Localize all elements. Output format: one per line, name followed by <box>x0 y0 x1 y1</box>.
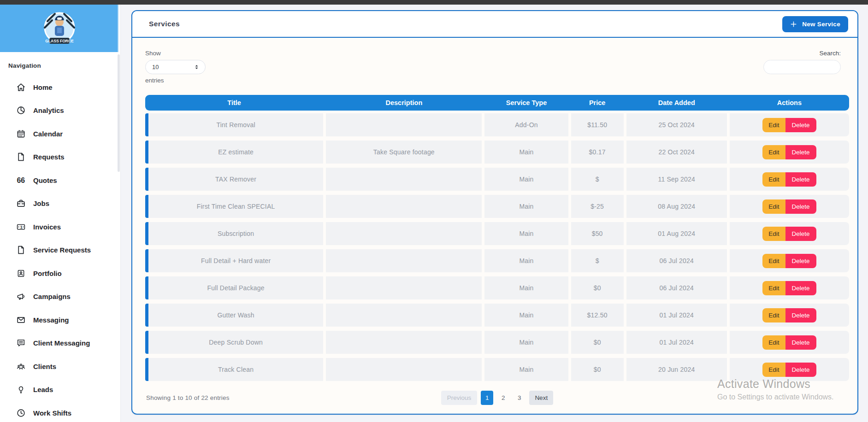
row-accent-bar <box>145 141 148 164</box>
new-service-button[interactable]: New Service <box>782 16 848 32</box>
search-input[interactable] <box>763 60 841 74</box>
delete-button[interactable]: Delete <box>785 118 816 132</box>
delete-button[interactable]: Delete <box>785 199 816 214</box>
cell-actions: EditDelete <box>730 141 849 164</box>
delete-button[interactable]: Delete <box>785 254 816 268</box>
sidebar-item-label: Calendar <box>33 130 63 138</box>
sidebar-item-home[interactable]: Home <box>0 76 120 99</box>
delete-button[interactable]: Delete <box>785 308 816 322</box>
cell-description <box>326 195 482 218</box>
cell-title: Gutter Wash <box>148 304 323 327</box>
cell-service-type: Main <box>484 358 568 381</box>
delete-button[interactable]: Delete <box>785 145 816 159</box>
delete-button[interactable]: Delete <box>785 335 816 350</box>
edit-button[interactable]: Edit <box>762 335 785 350</box>
cell-service-type: Main <box>484 304 568 327</box>
column-header-description[interactable]: Description <box>326 99 482 106</box>
nav-section-label: Navigation <box>8 62 120 69</box>
cell-description <box>326 168 482 191</box>
pagination-previous-button[interactable]: Previous <box>441 391 478 405</box>
sidebar-item-requests[interactable]: Requests <box>0 146 120 169</box>
table-row: TAX Remover Main $ 11 Sep 2024 EditDelet… <box>145 168 849 191</box>
sidebar-item-label: Service Requests <box>33 246 91 254</box>
sidebar-scrollbar-thumb[interactable] <box>118 54 120 172</box>
pagination-page-2[interactable]: 2 <box>497 391 509 405</box>
column-header-date-added[interactable]: Date Added <box>626 99 727 106</box>
cell-price: $-25 <box>571 195 624 218</box>
window-top-bar <box>0 0 868 5</box>
column-header-title[interactable]: Title <box>145 99 323 106</box>
sidebar-item-label: Work Shifts <box>33 409 71 417</box>
pagination-page-1[interactable]: 1 <box>481 391 493 405</box>
pagination-page-3[interactable]: 3 <box>513 391 526 405</box>
cell-price: $0 <box>571 331 624 354</box>
sidebar-item-analytics[interactable]: Analytics <box>0 99 120 123</box>
sidebar-item-jobs[interactable]: Jobs <box>0 192 120 216</box>
cell-description: Take Square footage <box>326 141 482 164</box>
row-accent-bar <box>145 249 148 272</box>
cell-service-type: Main <box>484 141 568 164</box>
cell-service-type: Main <box>484 249 568 272</box>
cell-date-added: 06 Jul 2024 <box>626 249 727 272</box>
show-entries-select[interactable]: 10 <box>145 60 206 74</box>
clients-icon <box>16 362 26 371</box>
cell-price: $0 <box>571 358 624 381</box>
delete-button[interactable]: Delete <box>785 172 816 187</box>
edit-button[interactable]: Edit <box>762 363 785 377</box>
sidebar-item-campaigns[interactable]: Campaigns <box>0 285 120 309</box>
sidebar-item-invoices[interactable]: 1 Invoices <box>0 215 120 239</box>
row-accent-bar <box>145 304 148 327</box>
sidebar-item-leads[interactable]: Leads <box>0 378 120 402</box>
cell-title: Deep Scrub Down <box>148 331 323 354</box>
new-service-button-label: New Service <box>802 21 840 28</box>
column-header-service-type[interactable]: Service Type <box>484 99 568 106</box>
row-accent-bar <box>145 331 148 354</box>
cell-title: Full Detail Package <box>148 276 323 299</box>
sidebar-item-client-messaging[interactable]: Client Messaging <box>0 332 120 355</box>
sidebar-item-label: Clients <box>33 363 56 370</box>
service-requests-icon <box>16 245 26 255</box>
cell-description <box>326 222 482 245</box>
edit-button[interactable]: Edit <box>762 281 785 295</box>
sidebar-item-calendar[interactable]: Calendar <box>0 122 120 146</box>
entries-label: entries <box>145 77 206 84</box>
sidebar-item-messaging[interactable]: Messaging <box>0 308 120 332</box>
sidebar-item-work-shifts[interactable]: Work Shifts <box>0 401 120 422</box>
table-summary: Showing 1 to 10 of 22 entries <box>146 394 230 401</box>
sidebar-item-portfolio[interactable]: Portfolio <box>0 262 120 285</box>
services-table: Title Description Service Type Price Dat… <box>145 95 849 381</box>
column-header-price[interactable]: Price <box>571 99 624 106</box>
edit-button[interactable]: Edit <box>762 145 785 159</box>
delete-button[interactable]: Delete <box>785 363 816 377</box>
search-control: Search: <box>763 50 841 74</box>
edit-button[interactable]: Edit <box>762 118 785 132</box>
delete-button[interactable]: Delete <box>785 227 816 241</box>
delete-button[interactable]: Delete <box>785 281 816 295</box>
cell-actions: EditDelete <box>730 222 849 245</box>
glass-force-logo: GLASS FORCE <box>0 5 118 52</box>
sidebar-item-clients[interactable]: Clients <box>0 355 120 378</box>
edit-button[interactable]: Edit <box>762 199 785 214</box>
sidebar-item-label: Invoices <box>33 223 61 231</box>
sidebar-item-label: Analytics <box>33 106 64 114</box>
edit-button[interactable]: Edit <box>762 227 785 241</box>
edit-button[interactable]: Edit <box>762 254 785 268</box>
table-row: First Time Clean SPECIAL Main $-25 08 Au… <box>145 195 849 218</box>
services-card-body: Show 10 entries Search: Title Descriptio… <box>132 38 857 405</box>
sidebar-item-service-requests[interactable]: Service Requests <box>0 239 120 262</box>
row-accent-bar <box>145 113 148 136</box>
column-header-actions[interactable]: Actions <box>730 99 849 106</box>
pagination-next-button[interactable]: Next <box>529 391 553 405</box>
cell-actions: EditDelete <box>730 168 849 191</box>
row-accent-bar <box>145 195 148 218</box>
edit-button[interactable]: Edit <box>762 308 785 322</box>
cell-date-added: 01 Aug 2024 <box>626 222 727 245</box>
sidebar-item-quotes[interactable]: 66 Quotes <box>0 169 120 192</box>
main-content: Services New Service Show 10 entries Sea… <box>121 5 868 422</box>
cell-date-added: 06 Jul 2024 <box>626 276 727 299</box>
edit-button[interactable]: Edit <box>762 172 785 187</box>
show-entries-value: 10 <box>152 64 159 70</box>
cell-date-added: 25 Oct 2024 <box>626 113 727 136</box>
cell-date-added: 01 Jul 2024 <box>626 331 727 354</box>
calendar-icon <box>16 129 26 139</box>
